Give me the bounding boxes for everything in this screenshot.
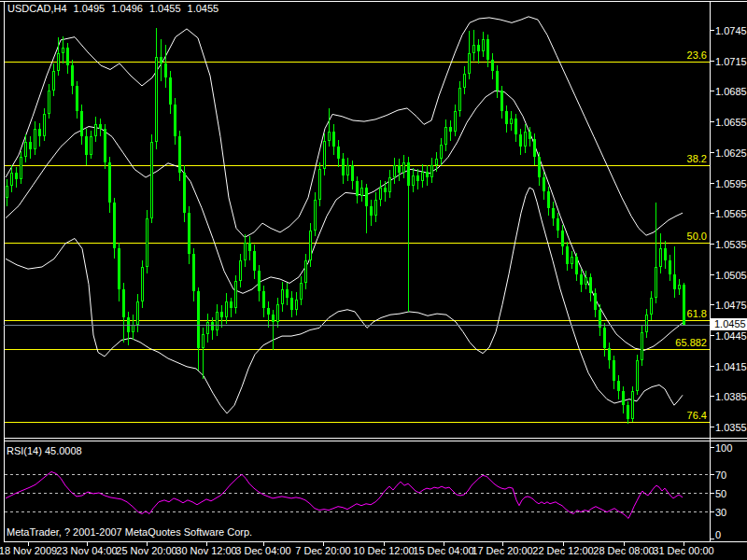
title-open: 1.0495: [74, 3, 106, 14]
chart-title: USDCAD,H41.04951.04961.04551.0455: [7, 3, 225, 15]
title-high: 1.0496: [111, 3, 143, 14]
main-chart-area[interactable]: [4, 2, 710, 438]
title-low: 1.0455: [149, 3, 181, 14]
title-close: 1.0455: [188, 3, 219, 14]
price-scale[interactable]: [711, 2, 747, 541]
time-scale[interactable]: [4, 542, 747, 560]
current-price-marker: 1.0455: [711, 318, 747, 330]
title-symbol: USDCAD,H4: [7, 3, 67, 14]
copyright-text: MetaTrader, ? 2001-2007 MetaQuotes Softw…: [7, 526, 252, 539]
rsi-indicator-label: RSI(14) 45.0008: [7, 445, 82, 457]
